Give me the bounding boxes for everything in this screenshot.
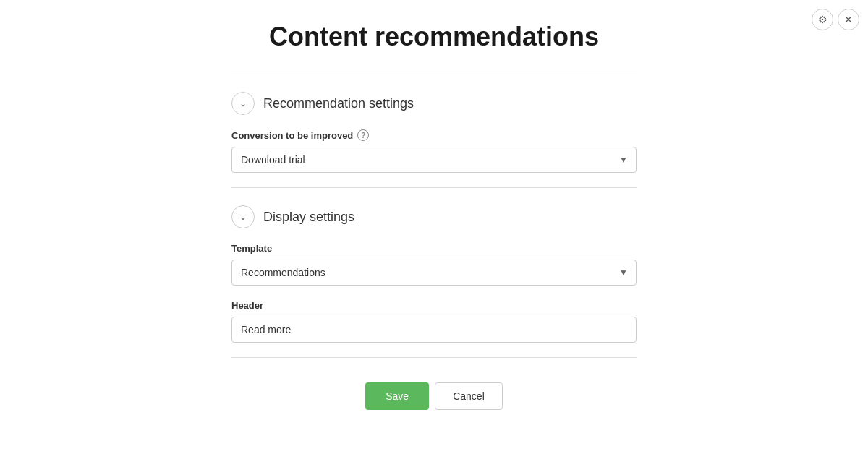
header-field-group: Header xyxy=(231,300,637,343)
conversion-help-icon[interactable]: ? xyxy=(357,129,369,141)
page-title: Content recommendations xyxy=(123,22,745,52)
display-settings-section: ⌄ Display settings Template Recommendati… xyxy=(231,205,637,343)
save-button[interactable]: Save xyxy=(365,382,429,410)
conversion-select-wrapper: Download trial Sign up Purchase ▼ xyxy=(231,147,637,173)
close-button[interactable]: ✕ xyxy=(838,9,859,30)
footer-actions: Save Cancel xyxy=(231,375,637,410)
header-input[interactable] xyxy=(231,317,637,343)
chevron-down-icon: ⌄ xyxy=(239,98,247,108)
conversion-select[interactable]: Download trial Sign up Purchase xyxy=(231,147,637,173)
conversion-field-group: Conversion to be improved ? Download tri… xyxy=(231,129,637,173)
template-select[interactable]: Recommendations List Grid xyxy=(231,260,637,286)
display-collapse-btn[interactable]: ⌄ xyxy=(231,205,255,228)
close-icon: ✕ xyxy=(844,14,853,25)
middle-divider xyxy=(231,187,637,188)
recommendation-settings-section: ⌄ Recommendation settings Conversion to … xyxy=(231,92,637,173)
template-label: Template xyxy=(231,243,637,254)
cancel-button[interactable]: Cancel xyxy=(435,382,503,410)
recommendation-settings-header: ⌄ Recommendation settings xyxy=(231,92,637,115)
template-field-group: Template Recommendations List Grid ▼ xyxy=(231,243,637,286)
chevron-down-icon-2: ⌄ xyxy=(239,212,247,222)
gear-icon: ⚙ xyxy=(818,14,827,25)
recommendation-settings-title: Recommendation settings xyxy=(263,96,414,111)
display-settings-title: Display settings xyxy=(263,210,354,225)
template-select-wrapper: Recommendations List Grid ▼ xyxy=(231,260,637,286)
top-divider xyxy=(231,74,637,74)
recommendation-collapse-btn[interactable]: ⌄ xyxy=(231,92,255,115)
gear-button[interactable]: ⚙ xyxy=(812,9,833,30)
page-container: Content recommendations ⌄ Recommendation… xyxy=(109,0,760,432)
conversion-label: Conversion to be improved ? xyxy=(231,129,637,141)
display-settings-header: ⌄ Display settings xyxy=(231,205,637,228)
bottom-divider xyxy=(231,357,637,358)
header-label: Header xyxy=(231,300,637,311)
top-right-controls: ⚙ ✕ xyxy=(812,9,859,30)
